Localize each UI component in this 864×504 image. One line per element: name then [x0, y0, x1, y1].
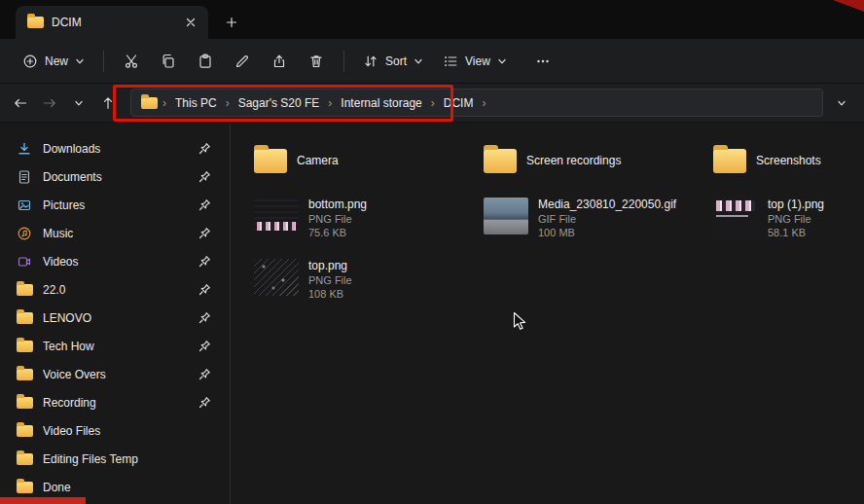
pin-icon: [198, 340, 212, 352]
sidebar-item-documents[interactable]: Documents: [6, 162, 224, 191]
pictures-icon: [16, 198, 33, 213]
downloads-icon: [16, 141, 33, 157]
file-item-top-png[interactable]: top.png PNG File 108 KB: [248, 254, 468, 306]
folder-icon: [484, 149, 517, 173]
sort-button-label: Sort: [385, 54, 407, 68]
sidebar-item-voice-overs[interactable]: Voice Overs: [6, 360, 224, 388]
new-button-label: New: [45, 54, 68, 68]
sidebar-item-label: Done: [43, 481, 212, 494]
sidebar-item-music[interactable]: Music: [6, 219, 224, 247]
folder-icon: [16, 341, 33, 352]
cut-icon: [124, 54, 139, 69]
address-row: › This PC › Sagar's S20 FE › Internal st…: [0, 84, 864, 123]
pin-icon: [198, 396, 212, 409]
image-thumbnail: [713, 198, 758, 234]
address-dropdown-button[interactable]: [827, 89, 856, 118]
sidebar-item-label: LENOVO: [43, 311, 189, 325]
breadcrumb-this-pc[interactable]: This PC: [171, 94, 221, 112]
folder-icon: [16, 453, 33, 465]
folder-icon: [16, 312, 33, 324]
pin-icon: [198, 255, 212, 268]
file-name: top.png: [308, 259, 352, 273]
image-thumbnail: [254, 259, 299, 296]
breadcrumb-separator: ›: [160, 96, 169, 110]
file-explorer-window: DCIM New: [0, 0, 864, 504]
share-icon: [271, 54, 287, 69]
rename-button[interactable]: [225, 46, 260, 77]
breadcrumb-device[interactable]: Sagar's S20 FE: [234, 94, 324, 112]
sidebar-item-label: Music: [43, 227, 189, 240]
view-button[interactable]: View: [434, 47, 516, 76]
more-options-button[interactable]: [525, 46, 560, 77]
tab-bar: DCIM: [0, 0, 864, 39]
tab-title: DCIM: [52, 16, 171, 29]
toolbar-divider: [103, 51, 104, 72]
address-bar[interactable]: › This PC › Sagar's S20 FE › Internal st…: [130, 89, 823, 117]
tab-close-button[interactable]: [179, 11, 202, 34]
breadcrumb-dcim[interactable]: DCIM: [440, 94, 478, 112]
sidebar-item-downloads[interactable]: Downloads: [6, 134, 224, 162]
sidebar-item-label: Voice Overs: [43, 368, 189, 381]
sidebar-item-recording[interactable]: Recording: [6, 388, 224, 416]
sidebar-item-lenovo[interactable]: LENOVO: [6, 304, 224, 332]
toolbar-divider: [343, 51, 344, 72]
folder-item-camera[interactable]: Camera: [248, 138, 468, 183]
folder-icon: [16, 482, 33, 493]
sidebar-item-tech-how[interactable]: Tech How: [6, 332, 224, 360]
delete-button[interactable]: [299, 46, 334, 77]
close-icon: [186, 18, 196, 27]
folder-icon: [254, 149, 287, 173]
sidebar-item-label: Pictures: [43, 198, 189, 212]
file-item-top-1-png[interactable]: top (1).png PNG File 58.1 KB: [707, 193, 864, 244]
sidebar-item-videos[interactable]: Videos: [6, 247, 224, 275]
file-item-media-gif[interactable]: Media_230810_220050.gif GIF File 100 MB: [478, 193, 698, 244]
folder-icon: [27, 17, 44, 28]
paste-icon: [198, 54, 213, 69]
sidebar-item-label: Documents: [43, 170, 189, 184]
up-button[interactable]: [93, 89, 123, 118]
share-button[interactable]: [262, 46, 297, 77]
chevron-down-icon: [74, 98, 84, 108]
navigation-sidebar: Downloads Documents Pictures: [0, 123, 231, 504]
sidebar-item-editing-files-temp[interactable]: Editing Files Temp: [6, 445, 224, 473]
new-tab-button[interactable]: [220, 11, 243, 34]
folder-item-screen-recordings[interactable]: Screen recordings: [478, 138, 698, 183]
folder-item-screenshots[interactable]: Screenshots: [707, 138, 864, 183]
sort-button[interactable]: Sort: [354, 47, 432, 76]
file-item-bottom-png[interactable]: bottom.png PNG File 75.6 KB: [248, 193, 468, 244]
file-type: PNG File: [768, 212, 824, 226]
folder-icon: [16, 369, 33, 380]
file-size: 108 KB: [308, 287, 352, 301]
pin-icon: [198, 311, 212, 324]
tab-dcim[interactable]: DCIM: [16, 6, 208, 39]
sidebar-item-pictures[interactable]: Pictures: [6, 191, 224, 219]
file-type: GIF File: [538, 212, 676, 226]
back-button[interactable]: [6, 89, 35, 118]
breadcrumb-separator: ›: [479, 96, 488, 110]
new-plus-circle-icon: [22, 54, 38, 69]
cut-button[interactable]: [114, 46, 149, 77]
pin-icon: [198, 368, 212, 380]
folder-name: Screenshots: [756, 154, 821, 168]
sidebar-item-video-files[interactable]: Video Files: [6, 416, 224, 445]
breadcrumb-internal-storage[interactable]: Internal storage: [337, 94, 425, 112]
ellipsis-icon: [535, 54, 551, 69]
up-arrow-icon: [100, 95, 116, 111]
back-arrow-icon: [13, 95, 28, 111]
new-button[interactable]: New: [14, 47, 93, 76]
pin-icon: [198, 283, 212, 296]
breadcrumb-separator: ›: [325, 96, 335, 110]
recent-locations-button[interactable]: [64, 89, 93, 118]
folder-icon: [713, 149, 746, 173]
pin-icon: [198, 198, 212, 211]
chevron-down-icon: [497, 56, 507, 66]
sidebar-item-22-0[interactable]: 22.0: [6, 275, 224, 304]
forward-button[interactable]: [35, 89, 64, 118]
copy-icon: [161, 54, 176, 69]
videos-icon: [16, 254, 33, 270]
folder-icon: [141, 97, 158, 109]
copy-button[interactable]: [151, 46, 186, 77]
paste-button[interactable]: [188, 46, 223, 77]
sidebar-item-label: Tech How: [43, 340, 189, 353]
chevron-down-icon: [837, 98, 846, 108]
